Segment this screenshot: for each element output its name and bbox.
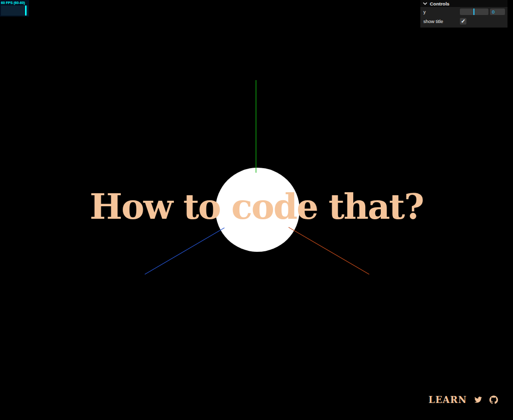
y-slider[interactable] (460, 9, 488, 15)
threejs-canvas[interactable]: How to code that? (0, 0, 513, 420)
fps-graph-bar (25, 6, 27, 16)
y-number-input[interactable]: 0 (490, 9, 505, 15)
show-title-label: show title (423, 19, 460, 24)
footer-links: LEARN (428, 394, 498, 405)
fps-readout: 60 FPS (60-60) (0, 0, 29, 5)
axis-x-line (289, 227, 369, 274)
controls-panel: Controls y 0 show title ✓ (420, 0, 507, 28)
github-icon[interactable] (489, 395, 498, 404)
controls-panel-body: y 0 show title ✓ (420, 7, 507, 28)
checkmark-icon: ✓ (461, 19, 465, 24)
show-title-checkbox[interactable]: ✓ (460, 18, 466, 25)
controls-panel-header[interactable]: Controls (420, 0, 507, 7)
learn-link[interactable]: LEARN (428, 394, 467, 405)
chevron-down-icon (423, 2, 427, 5)
y-slider-indicator (473, 9, 474, 15)
show-title-control-row: show title ✓ (420, 17, 507, 26)
controls-panel-title: Controls (430, 1, 449, 7)
y-label: y (423, 9, 460, 15)
axis-z-line (145, 228, 224, 274)
fps-stats-panel[interactable]: 60 FPS (60-60) (0, 0, 29, 17)
y-control-row: y 0 (420, 7, 507, 17)
twitter-icon[interactable] (474, 396, 482, 403)
fps-graph (1, 6, 28, 16)
scene-title: How to code that? (0, 189, 513, 224)
